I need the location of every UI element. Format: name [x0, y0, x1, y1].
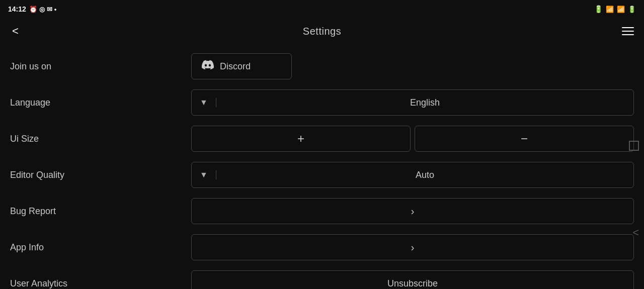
dropdown-arrow-quality: ▼: [192, 170, 216, 179]
battery-icon: 🔋: [628, 6, 636, 13]
header: < Settings: [0, 18, 644, 44]
alarm-icon: ⏰: [29, 6, 37, 13]
plus-icon: +: [297, 132, 304, 146]
back-button[interactable]: <: [8, 23, 23, 40]
settings-row-bug-report: Bug Report ›: [10, 193, 634, 229]
status-bar: 14:12 ⏰ ◎ ✉ • 🔋 📶 📶 🔋: [0, 0, 644, 18]
right-circle-indicator: [629, 141, 639, 151]
control-ui-size: + −: [191, 126, 634, 152]
dot-icon: •: [54, 6, 57, 13]
chevron-right-icon-2: ›: [411, 242, 415, 253]
mail-icon: ✉: [47, 6, 52, 13]
editor-quality-dropdown[interactable]: ▼ Auto: [191, 162, 634, 188]
settings-row-ui-size: Ui Size + −: [10, 121, 634, 157]
ui-size-increase-button[interactable]: +: [191, 126, 411, 152]
label-ui-size: Ui Size: [10, 134, 191, 144]
control-user-analytics: Unsubscribe: [191, 270, 634, 289]
label-join-us-on: Join us on: [10, 61, 191, 72]
label-bug-report: Bug Report: [10, 206, 191, 217]
app-info-button[interactable]: ›: [191, 234, 634, 260]
signal-icon: 📶: [617, 6, 625, 13]
discord-button[interactable]: Discord: [191, 53, 292, 79]
label-app-info: App Info: [10, 242, 191, 253]
page-title: Settings: [303, 26, 341, 37]
unsubscribe-button[interactable]: Unsubscribe: [191, 270, 634, 289]
bug-report-button[interactable]: ›: [191, 198, 634, 224]
settings-row-user-analytics: User Analytics Unsubscribe: [10, 265, 634, 289]
settings-row-language: Language ▼ English: [10, 84, 634, 121]
control-language: ▼ English: [191, 89, 634, 116]
vibrate-icon: 🔋: [594, 5, 603, 13]
status-icons-left: ⏰ ◎ ✉ •: [29, 6, 57, 13]
label-language: Language: [10, 98, 191, 108]
control-bug-report: ›: [191, 198, 634, 224]
right-chevron-indicator: <: [632, 226, 639, 239]
minus-icon: −: [521, 132, 528, 146]
editor-quality-value: Auto: [216, 170, 633, 180]
ui-size-decrease-button[interactable]: −: [415, 126, 634, 152]
discord-icon: [202, 59, 214, 74]
hamburger-line-2: [622, 31, 634, 32]
wifi-icon: 📶: [606, 6, 614, 13]
language-dropdown[interactable]: ▼ English: [191, 89, 634, 116]
status-left: 14:12 ⏰ ◎ ✉ •: [8, 5, 56, 13]
location-icon: ◎: [39, 6, 45, 13]
settings-row-app-info: App Info ›: [10, 229, 634, 265]
ui-size-controls: + −: [191, 126, 634, 152]
time-display: 14:12: [8, 5, 26, 13]
back-chevron-icon: <: [12, 25, 19, 37]
label-user-analytics: User Analytics: [10, 278, 191, 289]
settings-row-editor-quality: Editor Quality ▼ Auto: [10, 157, 634, 193]
discord-label: Discord: [220, 61, 251, 72]
language-value: English: [216, 98, 633, 108]
dropdown-arrow-language: ▼: [192, 98, 216, 107]
control-editor-quality: ▼ Auto: [191, 162, 634, 188]
control-join-us-on: Discord: [191, 53, 634, 79]
control-app-info: ›: [191, 234, 634, 260]
settings-content: Join us on Discord Language ▼ English: [0, 44, 644, 289]
label-editor-quality: Editor Quality: [10, 170, 191, 180]
hamburger-line-1: [622, 27, 634, 28]
status-right: 🔋 📶 📶 🔋: [594, 5, 636, 13]
hamburger-line-3: [622, 34, 634, 35]
unsubscribe-label: Unsubscribe: [387, 278, 438, 289]
chevron-right-icon: ›: [411, 206, 415, 217]
settings-row-join-us-on: Join us on Discord: [10, 48, 634, 84]
hamburger-menu-button[interactable]: [620, 25, 636, 37]
